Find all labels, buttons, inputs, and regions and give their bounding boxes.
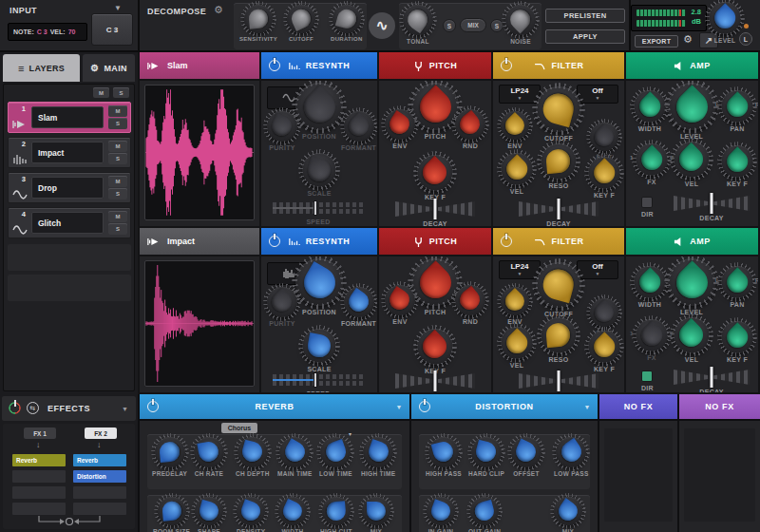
layer-solo-button[interactable]: S — [108, 223, 127, 235]
prelisten-button[interactable]: PRELISTEN — [545, 9, 625, 23]
amp-header[interactable]: AMP — [626, 228, 758, 255]
reverb-dropdown-arrow[interactable]: ▼ — [395, 404, 403, 410]
high-pass-knob[interactable]: HIGH PASS — [426, 437, 462, 477]
fx2-slot-distortion[interactable]: Distortion — [73, 470, 126, 483]
tonal-knob[interactable]: TONAL — [403, 5, 433, 45]
solo-all-button[interactable]: S — [113, 87, 129, 98]
pan-knob[interactable]: PAN — [721, 90, 753, 132]
cutoff-knob[interactable]: CUTOFF — [536, 262, 581, 317]
fx1-slot-empty[interactable] — [12, 486, 66, 499]
fx1-slot-empty[interactable] — [12, 470, 66, 483]
filter-header[interactable]: FILTER — [493, 228, 624, 255]
ch-rate-knob[interactable]: CH RATE — [194, 437, 224, 477]
key-button[interactable]: C 3 — [91, 13, 133, 46]
amp-decay-slider[interactable]: DECAY — [674, 195, 750, 221]
routing-swap-icon[interactable]: ⇆ — [27, 402, 39, 414]
level-knob[interactable]: LEVEL — [668, 258, 715, 315]
pitch-header[interactable]: PITCH — [379, 228, 491, 255]
layer-mute-button[interactable]: M — [108, 176, 127, 187]
filter-vel-knob[interactable]: VEL — [501, 327, 533, 369]
dir-button[interactable]: DIR — [641, 197, 654, 218]
pitch-keyf-knob[interactable]: KEY F — [417, 329, 453, 374]
apply-button[interactable]: APPLY — [545, 29, 625, 44]
hard-clip-knob[interactable]: HARD CLIP — [468, 437, 504, 477]
position-knob[interactable]: POSITION — [295, 258, 343, 315]
amp-vel-knob[interactable]: VEL — [674, 142, 710, 187]
formant-knob[interactable]: FORMANT — [341, 111, 376, 151]
reverb-header[interactable]: REVERB ▼ — [140, 394, 409, 419]
fx-send-knob[interactable]: FX — [636, 143, 668, 185]
pitch-keyf-knob[interactable]: KEY F — [417, 155, 453, 200]
fx2-slot-empty[interactable] — [73, 486, 126, 499]
pitch-rnd-knob[interactable]: RND — [455, 109, 485, 149]
fx-send-knob[interactable]: FX — [636, 319, 668, 361]
fx1-slot-reverb[interactable]: Reverb — [12, 454, 66, 466]
mute-all-button[interactable]: M — [93, 87, 109, 98]
layer-mute-button[interactable]: M — [108, 211, 127, 222]
filter-env-knob[interactable]: ENV — [501, 287, 529, 325]
cutoff-knob[interactable]: CUTOFF — [536, 86, 581, 142]
pitch-env-knob[interactable]: ENV — [385, 109, 415, 149]
offset-knob[interactable]: OFFSET — [511, 437, 542, 477]
layer-item-glitch[interactable]: 4 Glitch M S — [8, 207, 131, 238]
fx1-chip[interactable]: FX 1 — [24, 428, 56, 439]
duration-knob[interactable]: DURATION — [331, 5, 363, 42]
limiter-button[interactable]: L — [739, 32, 752, 46]
ch-depth-knob[interactable]: CH DEPTH — [236, 437, 270, 477]
main-time-knob[interactable]: MAIN TIME — [277, 437, 313, 477]
layer-header-slam[interactable]: Slam — [140, 52, 259, 79]
distortion-dropdown-arrow[interactable]: ▼ — [583, 404, 591, 410]
pitch-rnd-knob[interactable]: RND — [455, 285, 485, 325]
low-time-dropdown-arrow[interactable]: ▾ — [349, 430, 352, 437]
layer-solo-button[interactable]: S — [108, 153, 127, 164]
fx2-slot-reverb[interactable]: Reverb — [73, 454, 126, 466]
room-size-knob[interactable]: ROOM SIZE — [153, 497, 190, 532]
purity-knob[interactable]: PURITY — [267, 287, 297, 327]
speed-slider[interactable]: SPEED — [273, 200, 364, 225]
width-knob[interactable]: WIDTH — [634, 90, 666, 132]
pitch-decay-slider[interactable]: DECAY — [395, 372, 475, 392]
in-gain-knob[interactable]: IN GAIN — [427, 497, 455, 532]
reverb-width-knob[interactable]: WIDTH — [278, 497, 307, 532]
layer-item-slam[interactable]: 1 Slam M S — [8, 102, 131, 133]
noise-knob[interactable]: NOISE — [505, 5, 536, 45]
high-cut-knob[interactable]: HIGH CUT — [320, 497, 352, 532]
export-settings-gear-icon[interactable]: ⚙ — [683, 33, 693, 46]
amp-vel-knob[interactable]: VEL — [674, 317, 710, 363]
shape-knob[interactable]: SHAPE — [195, 497, 223, 532]
low-time-knob[interactable]: LOW TIME — [319, 437, 352, 477]
filter-decay-slider[interactable]: DECAY — [519, 372, 598, 392]
decompose-cutoff-knob[interactable]: CUTOFF — [287, 5, 315, 42]
low-pass-knob[interactable]: LOW PASS — [554, 437, 589, 477]
layer-item-drop[interactable]: 3 Drop M S — [8, 172, 131, 203]
effects-header[interactable]: ⇆ EFFECTS ▼ — [2, 396, 136, 421]
layer-item-impact[interactable]: 2 Impact M S — [8, 137, 131, 168]
sensitivity-knob[interactable]: SENSITIVITY — [239, 5, 277, 42]
resynth-header[interactable]: RESYNTH — [261, 228, 377, 255]
layer-solo-button[interactable]: S — [108, 188, 127, 200]
high-time-knob[interactable]: HIGH TIME — [361, 437, 395, 477]
pan-knob[interactable]: PAN — [721, 266, 753, 308]
formant-knob[interactable]: FORMANT — [341, 287, 376, 327]
layer-solo-button[interactable]: S — [108, 118, 127, 129]
nofx2-header[interactable]: NO FX — [679, 394, 760, 419]
filter-keyf-knob[interactable]: KEY F — [588, 331, 620, 372]
level-knob[interactable]: LEVEL — [709, 2, 741, 44]
fx1-slot-empty[interactable] — [12, 503, 66, 515]
out-gain-knob[interactable]: OUT GAIN — [468, 497, 501, 532]
amp-header[interactable]: AMP — [626, 52, 758, 79]
layer-mute-button[interactable]: M — [108, 105, 127, 117]
fx2-chip[interactable]: FX 2 — [85, 428, 117, 439]
amp-keyf-knob[interactable]: KEY F — [721, 321, 753, 363]
amp-keyf-knob[interactable]: KEY F — [721, 145, 753, 187]
decompose-gear-icon[interactable]: ⚙ — [214, 4, 223, 16]
tab-layers[interactable]: ≡LAYERS — [3, 54, 80, 82]
power-icon[interactable] — [147, 401, 159, 412]
reso-knob[interactable]: RESO — [541, 317, 577, 363]
scale-knob[interactable]: SCALE — [302, 329, 336, 372]
density-knob[interactable]: DENSITY — [237, 497, 265, 532]
width-knob[interactable]: WIDTH — [634, 266, 666, 308]
fx2-slot-empty[interactable] — [73, 503, 126, 515]
tab-main[interactable]: ⚙MAIN — [83, 54, 135, 82]
scale-knob[interactable]: SCALE — [302, 153, 336, 197]
